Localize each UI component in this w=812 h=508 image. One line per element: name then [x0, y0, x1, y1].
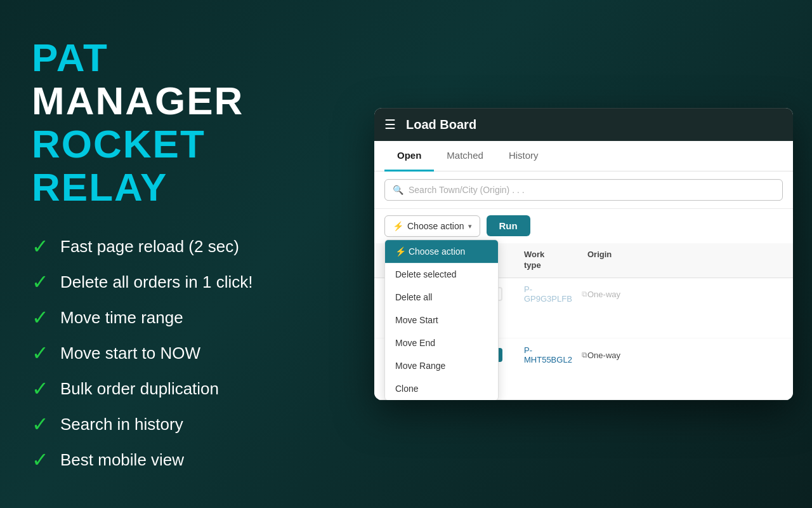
features-list: ✓ Fast page reload (2 sec) ✓ Delete all … [32, 234, 324, 472]
left-section: PAT MANAGER ROCKET RELAY ✓ Fast page rel… [0, 0, 355, 508]
title-rocket: ROCKET [32, 122, 206, 166]
copy-icon-2: ⧉ [582, 351, 587, 359]
title-relay: RELAY [32, 165, 167, 209]
check-icon-2: ✓ [32, 270, 49, 294]
th-work-type: Work type [524, 250, 587, 271]
run-button[interactable]: Run [487, 215, 530, 236]
feature-text-1: Fast page reload (2 sec) [60, 237, 239, 257]
check-icon-7: ✓ [32, 448, 49, 472]
check-icon-6: ✓ [32, 412, 49, 436]
dropdown-item-delete-selected[interactable]: Delete selected [385, 263, 498, 286]
feature-item: ✓ Move time range [32, 305, 324, 330]
hamburger-icon[interactable]: ☰ [384, 117, 396, 132]
feature-text-2: Delete all orders in 1 click! [60, 272, 252, 292]
title-pat: PAT [32, 36, 108, 79]
tabs-bar: Open Matched History [374, 141, 793, 171]
feature-item: ✓ Best mobile view [32, 448, 324, 472]
dropdown-menu: ⚡ Choose action Delete selected Delete a… [384, 239, 499, 400]
copy-icon-1: ⧉ [582, 290, 587, 298]
work-type-col-1: One-way [587, 288, 783, 300]
order-id-link-1[interactable]: P-GP9G3PLFB ⧉ [524, 284, 587, 304]
order-id-col-2: P-MHT55BGL2 ⧉ [524, 345, 587, 364]
dropdown-item-delete-all[interactable]: Delete all [385, 286, 498, 309]
lightning-icon-dropdown: ⚡ [395, 246, 409, 257]
action-label: Choose action [407, 221, 464, 231]
app-window: ☰ Load Board Open Matched History 🔍 Sear… [374, 108, 793, 400]
feature-item: ✓ Move start to NOW [32, 341, 324, 365]
feature-text-7: Best mobile view [60, 450, 184, 470]
dropdown-item-choose-action[interactable]: ⚡ Choose action [385, 240, 498, 263]
action-select[interactable]: ⚡ Choose action ▾ [384, 215, 480, 237]
app-header: ☰ Load Board [374, 108, 793, 141]
work-type-col-2: One-way [587, 349, 783, 361]
feature-item: ✓ Delete all orders in 1 click! [32, 270, 324, 294]
feature-text-6: Search in history [60, 415, 183, 434]
chevron-down-icon: ▾ [468, 222, 472, 231]
th-origin: Origin [587, 250, 783, 271]
main-title: PAT MANAGER ROCKET RELAY [32, 36, 324, 210]
feature-item: ✓ Search in history [32, 412, 324, 436]
dropdown-item-move-start[interactable]: Move Start [385, 309, 498, 331]
action-bar: ⚡ Choose action ▾ Run ⚡ Choose action De… [374, 209, 793, 243]
feature-item: ✓ Fast page reload (2 sec) [32, 234, 324, 258]
order-id-col-1: P-GP9G3PLFB ⧉ [524, 284, 587, 304]
tab-history[interactable]: History [496, 141, 551, 171]
work-type-2: One-way [587, 351, 620, 360]
app-mockup: ☰ Load Board Open Matched History 🔍 Sear… [374, 108, 793, 400]
tab-matched[interactable]: Matched [434, 141, 496, 171]
title-manager: MANAGER [32, 79, 244, 123]
search-icon: 🔍 [393, 185, 403, 195]
feature-text-4: Move start to NOW [60, 344, 200, 363]
work-type-1: One-way [587, 290, 620, 299]
order-id-link-2[interactable]: P-MHT55BGL2 ⧉ [524, 345, 587, 364]
check-icon-3: ✓ [32, 305, 49, 330]
app-header-title: Load Board [406, 117, 476, 132]
search-area: 🔍 Search Town/City (Origin) . . . [374, 171, 793, 209]
dropdown-item-move-end[interactable]: Move End [385, 331, 498, 354]
lightning-icon: ⚡ [393, 221, 403, 231]
feature-item: ✓ Bulk order duplication [32, 377, 324, 401]
dropdown-item-clone[interactable]: Clone [385, 377, 498, 400]
feature-text-3: Move time range [60, 308, 183, 328]
dropdown-item-move-range[interactable]: Move Range [385, 354, 498, 377]
search-input-wrap[interactable]: 🔍 Search Town/City (Origin) . . . [384, 179, 783, 201]
tab-open[interactable]: Open [384, 141, 434, 171]
check-icon-5: ✓ [32, 377, 49, 401]
check-icon-4: ✓ [32, 341, 49, 365]
check-icon-1: ✓ [32, 234, 49, 258]
feature-text-5: Bulk order duplication [60, 379, 219, 399]
search-input-placeholder: Search Town/City (Origin) . . . [409, 185, 525, 195]
